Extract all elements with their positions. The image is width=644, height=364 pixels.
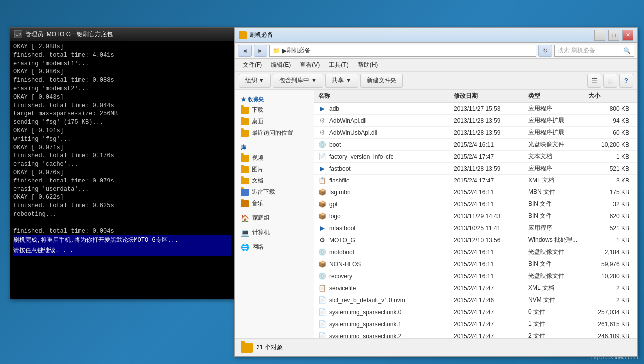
file-row[interactable]: 💿 boot 2015/2/4 16:11 光盘映像文件 10,200 KB bbox=[314, 139, 637, 151]
col-size[interactable]: 大小 bbox=[588, 92, 633, 100]
col-type[interactable]: 类型 bbox=[528, 92, 588, 100]
new-folder-button[interactable]: 新建文件夹 bbox=[360, 74, 403, 88]
add-to-library-button[interactable]: 包含到库中 ▼ bbox=[273, 74, 323, 88]
view-toggle-button[interactable]: ☰ bbox=[587, 74, 601, 88]
file-row[interactable]: ▶ mfastboot 2013/10/25 11:41 应用程序 521 KB bbox=[314, 222, 637, 234]
file-type: 应用程序 bbox=[528, 164, 588, 173]
col-modified[interactable]: 修改日期 bbox=[454, 92, 528, 100]
menu-tools[interactable]: 工具(T) bbox=[325, 59, 352, 71]
file-type-icon: 📄 bbox=[318, 308, 326, 316]
file-name: servicefile bbox=[329, 285, 356, 292]
file-row[interactable]: 📄 system.img_sparsechunk.2 2015/2/4 17:4… bbox=[314, 330, 637, 338]
sidebar-item-thunder[interactable]: 迅雷下载 bbox=[235, 186, 314, 198]
file-size: 32 KB bbox=[588, 201, 633, 208]
file-row[interactable]: 📦 fsg.mbn 2015/2/4 16:11 MBN 文件 175 KB bbox=[314, 186, 637, 198]
homegroup-icon: 🏠 bbox=[241, 214, 249, 222]
sidebar-item-desktop[interactable]: 桌面 bbox=[235, 116, 314, 127]
file-type: 光盘映像文件 bbox=[528, 140, 588, 149]
file-type: 1 文件 bbox=[528, 320, 588, 328]
cmd-line-7: OKAY [ 0.043s] bbox=[13, 93, 231, 102]
sidebar-item-computer[interactable]: 💻 计算机 bbox=[235, 227, 314, 238]
refresh-button[interactable]: ↻ bbox=[538, 45, 552, 57]
sidebar-item-network[interactable]: 🌐 网络 bbox=[235, 241, 314, 253]
file-row[interactable]: 📦 NON-HLOS 2015/2/4 16:11 BIN 文件 59,976 … bbox=[314, 258, 637, 270]
file-modified: 2015/2/4 16:11 bbox=[454, 141, 528, 148]
file-type-icon: 📦 bbox=[318, 212, 326, 220]
network-icon: 🌐 bbox=[241, 243, 249, 251]
file-row[interactable]: 💿 recovery 2015/2/4 16:11 光盘映像文件 10,280 … bbox=[314, 270, 637, 282]
file-name: system.img_sparsechunk.1 bbox=[329, 321, 401, 328]
file-type: BIN 文件 bbox=[528, 260, 588, 268]
sidebar-network-section: 🌐 网络 bbox=[235, 241, 314, 253]
file-row[interactable]: 📄 system.img_sparsechunk.0 2015/2/4 17:4… bbox=[314, 306, 637, 318]
cmd-icon: C:\ bbox=[14, 30, 22, 38]
organize-button[interactable]: 组织 ▼ bbox=[239, 74, 271, 88]
file-type: XML 文档 bbox=[528, 176, 588, 184]
file-name-cell: 📋 flashfile bbox=[318, 177, 454, 184]
file-size: 10,280 KB bbox=[588, 273, 633, 280]
file-type: 文本文档 bbox=[528, 152, 588, 161]
file-row[interactable]: 📄 factory_version_info_cfc 2015/2/4 17:4… bbox=[314, 151, 637, 163]
file-modified: 2015/2/4 17:47 bbox=[454, 333, 528, 339]
file-type: MBN 文件 bbox=[528, 188, 588, 196]
file-row[interactable]: ▶ fastboot 2013/11/28 13:59 应用程序 521 KB bbox=[314, 163, 637, 175]
file-modified: 2015/2/4 16:11 bbox=[454, 261, 528, 268]
col-name[interactable]: 名称 bbox=[318, 92, 454, 100]
file-type-icon: 💿 bbox=[318, 272, 326, 280]
sidebar-item-video[interactable]: 视频 bbox=[235, 152, 314, 164]
menu-edit[interactable]: 编辑(E) bbox=[267, 59, 295, 71]
file-name-cell: 📄 system.img_sparsechunk.1 bbox=[318, 320, 454, 328]
file-row[interactable]: 💿 motoboot 2015/2/4 16:11 光盘映像文件 2,184 K… bbox=[314, 246, 637, 258]
sidebar-item-pictures[interactable]: 图片 bbox=[235, 164, 314, 175]
file-name-cell: ▶ adb bbox=[318, 105, 454, 113]
sidebar-library-section: 库 视频 图片 文档 迅雷下载 bbox=[235, 142, 314, 209]
sidebar-item-recent[interactable]: 最近访问的位置 bbox=[235, 127, 314, 139]
file-row[interactable]: 📦 gpt 2015/2/4 16:11 BIN 文件 32 KB bbox=[314, 198, 637, 210]
cmd-line-12: writing 'fsg'... bbox=[13, 135, 231, 144]
share-button[interactable]: 共享 ▼ bbox=[325, 74, 358, 88]
file-row[interactable]: 📋 servicefile 2015/2/4 17:47 XML 文档 2 KB bbox=[314, 282, 637, 294]
file-row[interactable]: 📦 logo 2013/11/29 14:43 BIN 文件 620 KB bbox=[314, 210, 637, 222]
menu-view[interactable]: 查看(V) bbox=[296, 59, 324, 71]
file-size: 521 KB bbox=[588, 165, 633, 172]
forward-button[interactable]: ► bbox=[254, 45, 267, 57]
file-row[interactable]: ⚙ AdbWinUsbApi.dll 2013/11/28 13:59 应用程序… bbox=[314, 127, 637, 139]
sidebar-library-title[interactable]: 库 bbox=[235, 142, 314, 152]
maximize-button[interactable]: □ bbox=[608, 30, 619, 41]
file-row[interactable]: ⚙ MOTO_G 2013/12/10 13:56 Windows 批处理...… bbox=[314, 234, 637, 246]
search-box[interactable]: 搜索 刷机必备 🔍 bbox=[554, 45, 634, 57]
menu-file[interactable]: 文件(F) bbox=[239, 59, 266, 71]
sidebar-favorites-title[interactable]: ★ 收藏夹 bbox=[235, 94, 314, 104]
address-path[interactable]: 📁 ▶ 刷机必备 bbox=[269, 45, 536, 57]
file-row[interactable]: ▶ adb 2013/11/27 15:53 应用程序 800 KB bbox=[314, 103, 637, 115]
file-name: mfastboot bbox=[329, 225, 356, 232]
sidebar-label-music: 音乐 bbox=[252, 199, 263, 208]
file-type-icon: 📄 bbox=[318, 320, 326, 328]
file-name-cell: 💿 boot bbox=[318, 141, 454, 149]
back-button[interactable]: ◄ bbox=[238, 45, 252, 57]
sidebar: ★ 收藏夹 下载 桌面 最近访问的位置 库 bbox=[235, 90, 314, 338]
sidebar-item-homegroup[interactable]: 🏠 家庭组 bbox=[235, 212, 314, 224]
file-name: AdbWinApi.dll bbox=[329, 117, 367, 124]
close-button[interactable]: ✕ bbox=[622, 30, 633, 41]
file-name-cell: ▶ mfastboot bbox=[318, 224, 454, 232]
file-type-icon: 📄 bbox=[318, 296, 326, 304]
file-name: boot bbox=[329, 141, 341, 148]
help-button[interactable]: ? bbox=[619, 74, 633, 88]
minimize-button[interactable]: _ bbox=[594, 30, 605, 41]
sidebar-item-download[interactable]: 下载 bbox=[235, 104, 314, 116]
file-name-cell: 📄 system.img_sparsechunk.2 bbox=[318, 332, 454, 339]
file-type-icon: ⚙ bbox=[318, 117, 326, 125]
file-row[interactable]: 📄 slcf_rev_b_default_v1.0.nvm 2015/2/4 1… bbox=[314, 294, 637, 306]
cmd-titlebar: C:\ 管理员: MOTO G一键刷官方底包 bbox=[10, 28, 234, 41]
file-type: 光盘映像文件 bbox=[528, 248, 588, 256]
file-row[interactable]: 📋 flashfile 2015/2/4 17:47 XML 文档 3 KB bbox=[314, 175, 637, 186]
file-name: motoboot bbox=[329, 249, 354, 256]
file-row[interactable]: ⚙ AdbWinApi.dll 2013/11/28 13:59 应用程序扩展 … bbox=[314, 115, 637, 127]
sidebar-item-music[interactable]: 音乐 bbox=[235, 198, 314, 209]
menu-help[interactable]: 帮助(H) bbox=[354, 59, 382, 71]
preview-pane-button[interactable]: ▦ bbox=[603, 74, 617, 88]
file-row[interactable]: 📄 system.img_sparsechunk.1 2015/2/4 17:4… bbox=[314, 318, 637, 330]
sidebar-item-documents[interactable]: 文档 bbox=[235, 175, 314, 186]
cmd-body: OKAY [ 2.088s] finished. total time: 4.0… bbox=[10, 41, 234, 299]
